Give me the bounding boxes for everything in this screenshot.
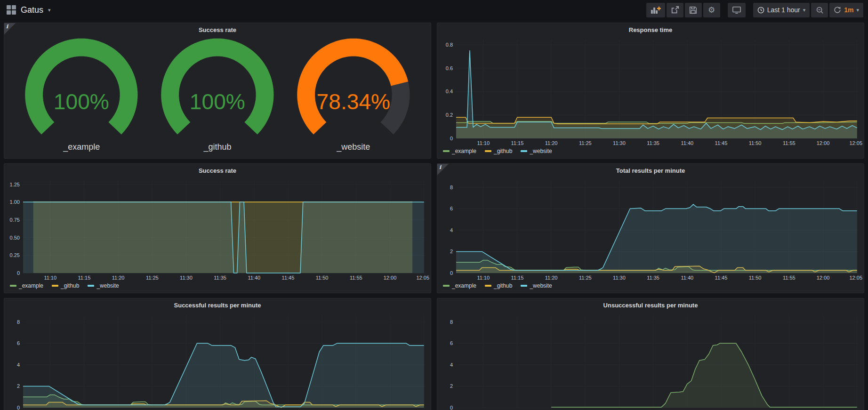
legend-item-_github[interactable]: _github xyxy=(52,282,79,289)
legend-swatch xyxy=(443,285,450,287)
svg-text:0.25: 0.25 xyxy=(10,252,20,258)
svg-text:11:35: 11:35 xyxy=(214,275,226,281)
panel-total-results: i Total results per minute 0246811:1011:… xyxy=(437,163,864,293)
add-panel-button[interactable] xyxy=(646,3,665,17)
panel-title[interactable]: Success rate xyxy=(4,23,431,36)
svg-text:11:10: 11:10 xyxy=(477,140,490,146)
refresh-button[interactable]: 1m ▾ xyxy=(829,3,863,17)
svg-text:2: 2 xyxy=(450,249,453,254)
share-icon xyxy=(671,6,679,14)
legend-item-_website[interactable]: _website xyxy=(521,148,552,154)
refresh-caret-icon: ▾ xyxy=(856,8,859,13)
legend-item-_github[interactable]: _github xyxy=(485,148,512,154)
svg-text:11:20: 11:20 xyxy=(545,140,558,146)
svg-text:12:00: 12:00 xyxy=(817,275,830,281)
chart-legend: _example_github_website xyxy=(4,281,431,293)
zoom-out-icon xyxy=(816,6,824,14)
legend-label: _website xyxy=(96,282,119,289)
total-results-chart-body: 0246811:1011:1511:2011:2511:3011:3511:40… xyxy=(437,177,864,281)
unsuccessful-results-per-minute-chart[interactable]: 0246811:1011:1511:2011:2511:3011:3511:40… xyxy=(437,312,864,410)
legend-item-_example[interactable]: _example xyxy=(443,148,476,154)
svg-text:0: 0 xyxy=(17,270,20,276)
gauge-_website[interactable]: 78.34%_website xyxy=(285,38,421,155)
panel-success-rate-graph: Success rate 00.250.500.751.001.2511:101… xyxy=(4,163,431,293)
svg-text:0.6: 0.6 xyxy=(446,65,453,71)
svg-text:11:35: 11:35 xyxy=(647,275,659,281)
time-range-label: Last 1 hour xyxy=(767,6,800,14)
svg-text:0.4: 0.4 xyxy=(446,88,453,94)
dashboard-title-caret-icon[interactable]: ▾ xyxy=(48,8,51,13)
monitor-icon xyxy=(732,6,741,14)
time-range-button[interactable]: Last 1 hour ▾ xyxy=(753,3,810,17)
gauge-_github[interactable]: 100%_github xyxy=(150,38,286,155)
panel-title[interactable]: Response time xyxy=(437,23,864,36)
gauge-label: _example xyxy=(63,142,100,155)
chart-legend: _example_github_website xyxy=(437,281,864,293)
legend-item-_github[interactable]: _github xyxy=(485,282,512,289)
panel-response-time: Response time 00.20.40.60.811:1011:1511:… xyxy=(437,23,864,159)
successful-results-per-minute-chart[interactable]: 0246811:1011:1511:2011:2511:3011:3511:40… xyxy=(4,312,431,410)
tv-mode-button[interactable] xyxy=(728,3,746,17)
svg-text:11:55: 11:55 xyxy=(350,275,362,281)
svg-text:0: 0 xyxy=(450,270,453,276)
svg-text:0: 0 xyxy=(450,405,453,410)
svg-text:8: 8 xyxy=(17,319,20,325)
svg-text:11:20: 11:20 xyxy=(545,275,558,281)
gauge-arc: 78.34% xyxy=(281,38,426,142)
success-rate-chart[interactable]: 00.250.500.751.001.2511:1011:1511:2011:2… xyxy=(4,177,431,281)
svg-text:11:50: 11:50 xyxy=(749,140,762,146)
svg-text:11:15: 11:15 xyxy=(511,140,524,146)
response-time-chart[interactable]: 00.20.40.60.811:1011:1511:2011:2511:3011… xyxy=(437,36,864,147)
unsuccessful-results-chart-body: 0246811:1011:1511:2011:2511:3011:3511:40… xyxy=(437,312,864,410)
svg-text:0.8: 0.8 xyxy=(446,42,453,48)
dashboard-title[interactable]: Gatus xyxy=(21,5,43,15)
legend-swatch xyxy=(521,285,527,287)
legend-swatch xyxy=(443,150,450,152)
gauge-label: _github xyxy=(203,142,231,155)
clock-icon xyxy=(757,7,764,14)
svg-text:11:10: 11:10 xyxy=(477,275,490,281)
svg-text:12:05: 12:05 xyxy=(416,275,429,281)
legend-item-_example[interactable]: _example xyxy=(10,282,43,289)
legend-label: _github xyxy=(494,282,512,289)
gauge-row: 100%_example100%_github78.34%_website xyxy=(4,36,431,158)
info-corner-icon[interactable]: i xyxy=(437,164,449,175)
navbar-right: ⚙ Last 1 hour ▾ xyxy=(645,3,863,17)
gauge-_example[interactable]: 100%_example xyxy=(14,38,150,155)
svg-text:2: 2 xyxy=(17,383,20,389)
panel-title[interactable]: Unsuccessful results per minute xyxy=(437,298,864,312)
settings-button[interactable]: ⚙ xyxy=(703,3,720,17)
zoom-out-button[interactable] xyxy=(811,3,828,17)
svg-text:0.75: 0.75 xyxy=(10,217,20,223)
legend-item-_example[interactable]: _example xyxy=(443,282,476,289)
panel-title[interactable]: Success rate xyxy=(4,164,431,177)
series-line-_website xyxy=(456,50,857,129)
svg-text:11:45: 11:45 xyxy=(282,275,295,281)
info-corner-icon[interactable]: i xyxy=(4,23,16,34)
save-button[interactable] xyxy=(685,3,702,17)
panel-successful-results: Successful results per minute 0246811:10… xyxy=(4,298,431,410)
legend-swatch xyxy=(521,150,527,152)
navbar: Gatus ▾ ⚙ xyxy=(0,0,868,20)
panel-title[interactable]: Successful results per minute xyxy=(4,298,431,312)
panel-unsuccessful-results: Unsuccessful results per minute 0246811:… xyxy=(437,298,864,410)
time-range-caret-icon: ▾ xyxy=(803,8,806,13)
total-results-per-minute-chart[interactable]: 0246811:1011:1511:2011:2511:3011:3511:40… xyxy=(437,177,864,281)
navbar-left: Gatus ▾ xyxy=(7,5,51,15)
svg-text:11:55: 11:55 xyxy=(783,140,796,146)
svg-text:12:05: 12:05 xyxy=(849,275,862,281)
legend-label: _github xyxy=(494,148,512,154)
svg-text:0: 0 xyxy=(450,136,453,141)
panel-title[interactable]: Total results per minute xyxy=(437,164,864,177)
legend-swatch xyxy=(485,150,491,152)
gauge-value: 100% xyxy=(190,89,245,114)
dashboard-grid-icon[interactable] xyxy=(7,5,16,15)
add-panel-icon xyxy=(651,6,661,14)
legend-item-_website[interactable]: _website xyxy=(88,282,119,289)
legend-item-_website[interactable]: _website xyxy=(521,282,552,289)
series-fill-_website xyxy=(551,343,857,408)
share-button[interactable] xyxy=(667,3,683,17)
svg-text:11:40: 11:40 xyxy=(248,275,260,281)
svg-text:8: 8 xyxy=(450,185,453,190)
response-time-chart-body: 00.20.40.60.811:1011:1511:2011:2511:3011… xyxy=(437,36,864,147)
